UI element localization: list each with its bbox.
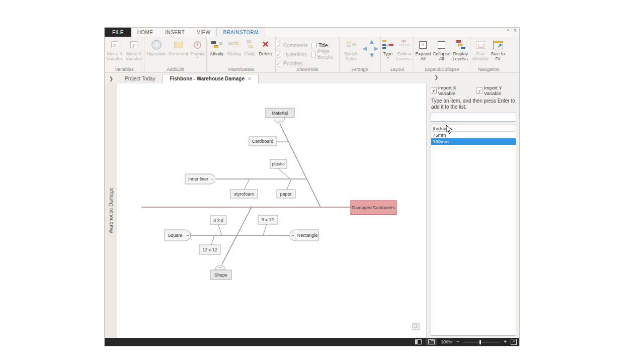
material-collapse-icon[interactable]: – [278,119,280,124]
type-button[interactable]: Type ▾ [381,38,395,59]
close-tab-icon[interactable]: × [248,76,251,81]
display-levels-button[interactable]: Display Levels ▾ [451,38,470,61]
group-show-hide: Comments Title Hyperlinks Page Breaks Pr… [276,37,340,72]
effect-node-label: Damaged Containers [352,205,395,210]
priority-button[interactable]: 1 Priority ▾ [189,38,206,59]
zoom-slider-thumb[interactable] [479,340,481,344]
fit-page-icon[interactable] [511,339,517,345]
pan-window-label: Pan Window [471,51,490,61]
group-label-variables: Variables [105,67,144,72]
help-icon[interactable]: ? [513,29,516,34]
group-insert-delete: Affinity Sibling Child ✕ Delete Insert/D… [207,37,276,72]
tab-file[interactable]: FILE [105,28,131,37]
diagram-canvas[interactable]: – – Damaged Containers Material Inner li… [117,83,427,338]
zoom-in-icon[interactable]: + [504,339,507,344]
move-down-arrow-icon[interactable]: ▼ [369,52,375,58]
list-item-75mm[interactable]: 75mm [431,132,516,138]
shape-collapse-icon[interactable]: – [219,264,221,269]
hyperlinks-checkbox-label: Hyperlinks [283,52,307,57]
collapse-ribbon-icon[interactable]: ^ [507,29,510,34]
tab-view[interactable]: VIEW [191,28,216,37]
layout-type-icon [382,40,393,49]
page-tab-warehouse-damage[interactable]: Warehouse Damage [108,188,114,233]
move-left-arrow-icon[interactable]: ◀ [363,46,367,51]
make-x-variable-button[interactable]: x Make X Variable [105,38,124,61]
display-levels-icon [455,40,465,49]
checkbox-page-breaks[interactable]: Page Breaks [311,50,339,59]
checkbox-hyperlinks[interactable]: Hyperlinks [276,50,311,59]
priorities-checkbox-icon [276,61,281,66]
node-rectangle-label: Rectangle [297,233,318,238]
view-mode-active-button[interactable] [426,338,437,345]
pan-window-button[interactable]: Pan Window [471,38,490,61]
fishbone-diagram: – – Damaged Containers Material Inner li… [117,83,427,338]
doc-tab-fishbone-label: Fishbone - Warehouse Damage [170,76,245,81]
checkbox-comments[interactable]: Comments [276,41,311,50]
page-break-corner-icon[interactable] [413,323,419,330]
tab-home[interactable]: HOME [131,28,159,37]
expand-all-label: Expand All [414,51,432,61]
zoom-out-icon[interactable]: − [456,339,459,344]
comment-button[interactable]: Comment [168,38,189,56]
import-y-icon: y [476,87,482,94]
variables-task-panel: ❯ x Import X Variable y Import Y Variabl… [429,73,519,338]
comments-checkbox-label: Comments [283,43,307,48]
node-square-label: Square [168,233,182,238]
expand-left-panel-icon[interactable]: ❯ [105,76,118,83]
12x12-connector [211,235,214,245]
rectangle-collapse-icon[interactable]: – [291,233,294,238]
list-item-100mm[interactable]: 100mm [431,138,516,145]
collapse-all-button[interactable]: − Collapse All [432,38,451,61]
view-mode-diagram-icon [428,339,435,344]
child-label: Child [244,51,255,56]
variable-items-list[interactable]: thickness 75mm 100mm [431,125,516,336]
list-item-thickness[interactable]: thickness [431,125,516,132]
add-item-input[interactable] [431,113,516,122]
group-label-layout: Layout [381,67,414,72]
tab-brainstorm[interactable]: BRAINSTORM [216,28,265,37]
tab-insert[interactable]: INSERT [159,28,191,37]
group-label-show-hide: Show/Hide [276,67,339,72]
node-material-label: Material [272,111,288,116]
node-cardboard-label: Cardboard [252,139,274,144]
delete-button[interactable]: ✕ Delete [257,38,275,56]
group-expand-collapse: + Expand All − Collapse All Display Leve… [414,37,470,72]
title-checkbox-icon [311,43,316,48]
outline-levels-button[interactable]: Outline Levels ▾ [395,38,414,61]
expand-all-button[interactable]: + Expand All [414,38,432,61]
size-to-fit-button[interactable]: Size to Fit [490,38,507,61]
node-12x12-label: 12 x 12 [202,247,217,252]
node-styrofoam-label: styrofoam [234,192,254,197]
priorities-checkbox-label: Priorities [283,61,303,66]
hyperlink-button[interactable]: Hyperlink [145,38,168,56]
node-paper-label: paper [280,192,291,197]
outline-levels-label: Outline Levels ▾ [395,51,414,61]
node-shape-label: Shape [214,273,227,278]
group-label-insert-delete: Insert/Delete [207,67,275,72]
view-mode-outline-icon[interactable] [415,339,422,344]
group-add-edit: Hyperlink Comment 1 Priority ▾ Add/Edit [144,37,207,72]
inner-liner-collapse-icon[interactable]: – [211,176,213,182]
affinity-button[interactable]: Affinity [208,38,226,56]
page-tab-strip: Warehouse Damage [105,83,117,338]
move-right-arrow-icon[interactable]: ▶ [374,46,378,51]
zoom-slider[interactable] [463,340,500,344]
import-y-label: Import Y Variable [484,85,519,96]
make-y-variable-button[interactable]: y Make Y Variable [124,38,143,61]
switch-sides-button[interactable]: Switch Sides [340,38,362,61]
import-x-variable-button[interactable]: x Import X Variable [431,85,473,96]
child-button[interactable]: Child [243,38,257,56]
9x12-connector [263,224,267,235]
import-y-variable-button[interactable]: y Import Y Variable [476,85,519,96]
square-collapse-icon[interactable]: – [186,233,189,238]
collapse-all-minus-icon: − [438,41,445,49]
size-to-fit-icon [493,41,503,49]
make-y-variable-label: Make Y Variable [124,51,143,61]
expand-right-panel-icon[interactable]: ❯ [434,74,438,80]
doc-tab-project-today[interactable]: Project Today [118,74,162,83]
doc-tab-fishbone[interactable]: Fishbone - Warehouse Damage × [162,74,258,83]
delete-x-icon: ✕ [262,40,269,49]
move-up-arrow-icon[interactable]: ▲ [369,39,375,44]
sibling-button[interactable]: Sibling [226,38,243,56]
make-x-variable-label: Make X Variable [105,51,124,61]
